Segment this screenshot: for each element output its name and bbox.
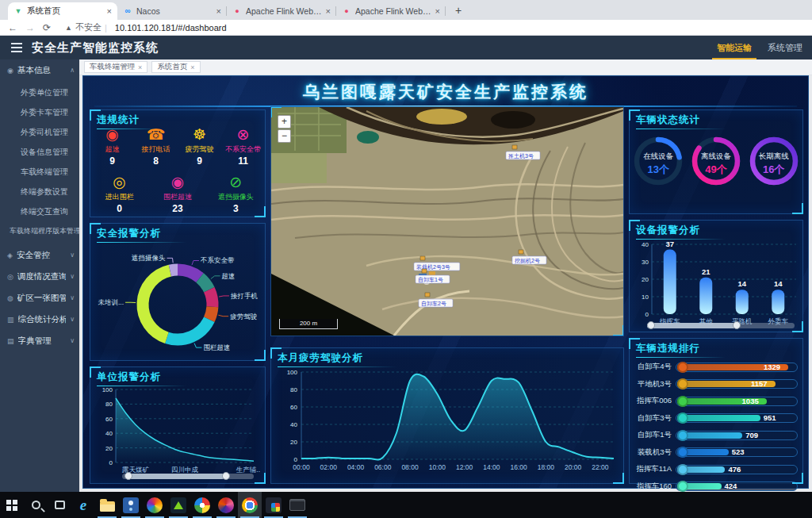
- panel-violation-rank: 车辆违规排行 自卸车4号1329平地机3号1157指挥车0061035自卸车3号…: [629, 338, 803, 484]
- violation-icon: ◎: [99, 174, 140, 191]
- flink-icon: ●: [232, 6, 242, 16]
- svg-text:40: 40: [642, 241, 649, 248]
- rank-row: 装载机3号523: [630, 444, 802, 462]
- tab-close-icon[interactable]: ×: [190, 63, 194, 71]
- sidebar-group-icon: ◉: [7, 67, 13, 75]
- device-chart-datazoom[interactable]: [647, 323, 795, 328]
- svg-text:06:00: 06:00: [374, 463, 392, 471]
- sidebar-group-1[interactable]: ◉基本信息∧: [0, 59, 79, 81]
- violation-icon: ☸: [179, 126, 220, 144]
- browser-tab[interactable]: ∞Nacos×: [117, 2, 227, 20]
- shot-taskbar-button[interactable]: [262, 492, 285, 518]
- start-icon: [6, 500, 17, 511]
- redwheel-icon: [218, 497, 234, 513]
- sidebar-item[interactable]: 外委司机管理: [0, 122, 79, 142]
- hamburger-icon[interactable]: [11, 47, 22, 48]
- mine-satellite-map[interactable]: 推土机3号挖掘机2号装载机2号3号自卸车1号自卸车2号: [271, 107, 623, 336]
- nav-system-management[interactable]: 系统管理: [766, 36, 804, 60]
- map-zoom-out-button[interactable]: −: [278, 129, 291, 143]
- pinwheel-icon: [147, 497, 163, 513]
- taskview-taskbar-button[interactable]: [48, 492, 71, 518]
- violation-label: 不系安全带: [223, 144, 264, 155]
- new-tab-button[interactable]: +: [450, 2, 466, 18]
- sidebar-group-2[interactable]: ◈安全管控∨: [0, 244, 79, 266]
- rank-track: 476: [676, 465, 798, 474]
- search-icon: [32, 501, 40, 509]
- violation-label: 围栏超速: [157, 192, 198, 202]
- rank-value: 523: [732, 447, 745, 457]
- rank-dot: [677, 447, 688, 458]
- rank-label: 自卸车1号: [633, 430, 676, 440]
- svg-text:14: 14: [737, 279, 746, 288]
- appblue-taskbar-button[interactable]: [119, 492, 143, 518]
- rank-track: 424: [676, 482, 798, 491]
- ring-value: 49个: [690, 163, 742, 177]
- tab-close-icon[interactable]: ×: [435, 6, 440, 16]
- tab-close-icon[interactable]: ×: [138, 63, 142, 71]
- panel-title: 车辆状态统计: [636, 113, 700, 127]
- violation-value: 9: [92, 155, 133, 167]
- start-button[interactable]: [0, 492, 24, 518]
- tab-close-icon[interactable]: ×: [107, 6, 112, 16]
- pinwheel-taskbar-button[interactable]: [143, 492, 167, 518]
- chrome-taskbar-button[interactable]: [238, 492, 262, 518]
- svg-text:20: 20: [642, 276, 649, 283]
- forward-icon[interactable]: →: [25, 22, 35, 33]
- sidebar-item[interactable]: 设备信息管理: [0, 142, 79, 162]
- sidebar-group-3[interactable]: ◎调度情况查询∨: [0, 266, 79, 287]
- url-text[interactable]: 10.101.120.181/#/dashboard: [115, 23, 227, 33]
- greentri-icon: [170, 497, 186, 513]
- cmd-taskbar-button[interactable]: [285, 492, 309, 518]
- svg-text:18:00: 18:00: [538, 463, 555, 471]
- tab-close-icon[interactable]: ×: [216, 6, 221, 16]
- panel-title: 车辆违规排行: [636, 342, 700, 355]
- unit-chart-datazoom[interactable]: [122, 474, 254, 479]
- greentri-taskbar-button[interactable]: [167, 492, 190, 518]
- workspace-tab[interactable]: 车载终端管理×: [84, 61, 147, 73]
- browser-tab[interactable]: ▼系统首页×: [8, 2, 117, 20]
- back-icon[interactable]: ←: [8, 22, 17, 33]
- app-title: 安全生产智能监控系统: [32, 40, 159, 56]
- browser-tab[interactable]: ●Apache Flink Web Dashboard×: [227, 2, 336, 20]
- cmd-icon: [289, 499, 305, 511]
- sidebar-item[interactable]: 车载终端程序版本管理: [0, 221, 79, 241]
- tab-close-icon[interactable]: ×: [326, 6, 331, 16]
- device-alarm-chart: 01020304037指挥车21其他14平路机14外委车: [631, 235, 802, 332]
- rank-value: 709: [745, 431, 758, 440]
- rank-value: 1035: [742, 397, 759, 406]
- rank-dot: [677, 464, 688, 475]
- sidebar-group-icon: ◍: [7, 294, 13, 302]
- browser-tab[interactable]: ●Apache Flink Web Dashboard×: [336, 2, 446, 20]
- sidebar-item[interactable]: 车载终端管理: [0, 162, 79, 182]
- sidebar-group-icon: ▥: [7, 316, 14, 324]
- colorwheel-taskbar-button[interactable]: [190, 492, 214, 518]
- rank-value: 1157: [751, 379, 768, 389]
- sidebar-item[interactable]: 外委单位管理: [0, 82, 79, 102]
- rank-row: 自卸车4号1329: [630, 359, 802, 376]
- svg-text:14:00: 14:00: [483, 463, 500, 471]
- svg-text:10:00: 10:00: [429, 463, 446, 471]
- ie-taskbar-button[interactable]: e: [71, 492, 95, 518]
- svg-text:100: 100: [102, 386, 113, 393]
- sidebar-item[interactable]: 终端参数设置: [0, 182, 79, 201]
- colorwheel-icon: [194, 497, 210, 513]
- alarm-donut-chart: 不系安全带超速接打手机疲劳驾驶围栏超速未培训...遮挡摄像头: [92, 241, 263, 363]
- sidebar-group-4[interactable]: ◍矿区一张图管理∨: [0, 287, 79, 309]
- reload-icon[interactable]: ⟳: [43, 22, 51, 33]
- sidebar-group-label: 调度情况查询: [17, 271, 66, 282]
- folder-taskbar-button[interactable]: [95, 492, 119, 518]
- security-chip[interactable]: ▲ 不安全 |: [65, 21, 107, 33]
- rank-dot: [677, 378, 688, 389]
- redwheel-taskbar-button[interactable]: [214, 492, 238, 518]
- sidebar-item[interactable]: 外委卡车管理: [0, 102, 79, 122]
- browser-tabbar: ▼系统首页×∞Nacos×●Apache Flink Web Dashboard…: [0, 0, 812, 20]
- map-zoom-in-button[interactable]: +: [278, 115, 291, 129]
- violation-value: 8: [136, 155, 177, 167]
- sidebar-group-icon: ▤: [7, 337, 14, 345]
- search-taskbar-button[interactable]: [24, 492, 48, 518]
- workspace-tab[interactable]: 系统首页×: [151, 61, 200, 73]
- sidebar-group-6[interactable]: ▤字典管理∨: [0, 330, 79, 351]
- nav-intelligent-transport[interactable]: 智能运输: [715, 36, 753, 60]
- sidebar-item[interactable]: 终端交互查询: [0, 201, 79, 221]
- sidebar-group-5[interactable]: ▥综合统计分析∨: [0, 309, 79, 330]
